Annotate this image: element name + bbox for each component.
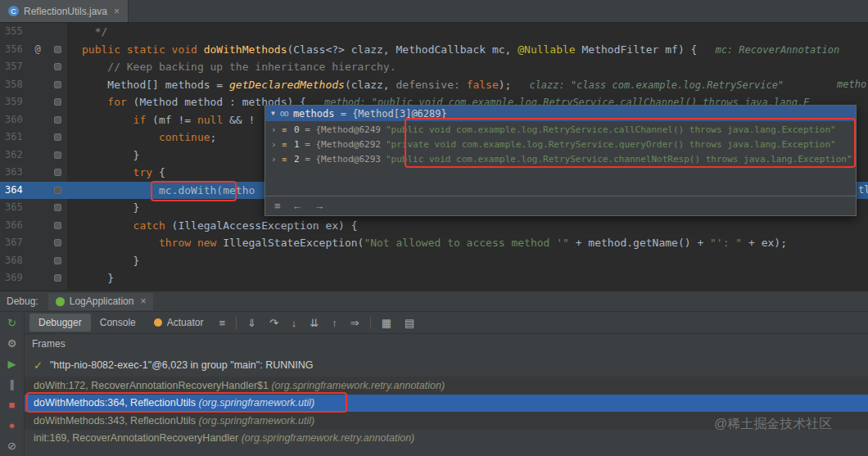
code-token: if [82, 114, 146, 126]
gutter-marker-cell [47, 252, 67, 270]
variable-row[interactable]: ›≡2 = {Method@6293"public void com.examp… [265, 152, 856, 167]
gutter-spacer [28, 129, 47, 147]
tab-debugger[interactable]: Debugger [29, 314, 91, 332]
field-icon: ≡ [282, 138, 294, 152]
debugger-value-popup: ▼ oo methods = {Method[3]@6289} ›≡0 = {M… [264, 105, 857, 216]
mute-breakpoints-icon[interactable]: ⊘ [7, 440, 16, 451]
close-icon[interactable]: × [140, 296, 146, 307]
code-line[interactable]: 368 } [0, 252, 868, 270]
hamburger-menu-icon[interactable]: ≡ [212, 317, 232, 329]
gutter-spacer [28, 199, 47, 217]
code-line[interactable]: 369 } [0, 269, 868, 287]
frame-package: (org.springframework.retry.annotation) [271, 380, 445, 391]
code-line[interactable]: 356@public static void doWithMethods(Cla… [0, 41, 868, 59]
code-token: ); [499, 79, 512, 91]
step-over-icon[interactable]: ↷ [263, 317, 285, 329]
step-out-icon[interactable]: ↑ [325, 317, 344, 329]
code-token: doWithMethods [204, 43, 287, 56]
collapse-triangle-icon[interactable]: ▼ [271, 110, 275, 117]
code-token: { [152, 166, 165, 178]
gutter-marker-icon [54, 239, 61, 246]
gutter-marker-icon [54, 257, 61, 264]
gutter-spacer [28, 23, 47, 41]
forward-icon[interactable]: → [314, 200, 325, 212]
gutter-spacer [28, 252, 47, 270]
tab-label: Actuator [167, 317, 204, 328]
code-line[interactable]: 358 Method[] methods = getDeclaredMethod… [0, 76, 868, 94]
variable-ref: {Method@6249 [316, 123, 381, 138]
gutter-spacer [28, 93, 47, 111]
gutter-marker-icon [54, 169, 61, 176]
pause-icon[interactable]: ∥ [9, 379, 15, 390]
line-number: 359 [0, 93, 28, 111]
gutter-marker-cell [47, 58, 67, 76]
thread-running-icon: ✓ [34, 359, 43, 372]
tab-reflectionutils[interactable]: C ReflectionUtils.java × [0, 0, 129, 22]
step-into-icon[interactable]: ↓ [285, 317, 304, 329]
variable-ref: {Method@6292 [316, 138, 381, 152]
line-number: 364 [0, 182, 28, 200]
keyboard-shortcut-icon[interactable]: ≡ [274, 200, 281, 212]
popup-footer: ≡←→ [265, 196, 856, 215]
gutter-marker-icon [54, 98, 61, 106]
actuator-icon [154, 318, 162, 327]
code-line[interactable]: 366 catch (IllegalAccessException ex) { [0, 217, 868, 235]
code-token: getDeclaredMethods [229, 79, 345, 91]
view-as-table-icon[interactable]: ▦ [375, 317, 398, 329]
line-number: 368 [0, 252, 28, 270]
stack-frame-row[interactable]: doWithMethods:364, ReflectionUtils (org.… [25, 395, 868, 413]
toolbar-separator [370, 316, 371, 329]
gutter-marker-cell [47, 147, 67, 165]
code-line[interactable]: 357 // Keep backing up the inheritance h… [0, 58, 868, 76]
popup-header-methods[interactable]: ▼ oo methods = {Method[3]@6289} [265, 106, 856, 121]
code-token: // Keep backing up the inheritance hiera… [82, 61, 396, 73]
gutter-annotation-icon: @ [28, 41, 47, 59]
code-text: */ [67, 23, 868, 41]
gutter-marker-cell [47, 182, 67, 200]
expand-chevron-icon[interactable]: › [271, 123, 282, 138]
tab-logapplication[interactable]: LogApplication × [48, 293, 154, 310]
stop-icon[interactable]: ■ [9, 400, 16, 410]
expand-chevron-icon[interactable]: › [271, 152, 282, 167]
debug-toolbar: DebuggerConsoleActuator≡⇓↷↓⇊↑⇒▦▤ [25, 312, 868, 334]
code-line[interactable]: 367 throw new IllegalStateException("Not… [0, 234, 868, 252]
view-breakpoints-icon[interactable]: ● [9, 420, 16, 431]
line-number: 367 [0, 234, 28, 252]
code-token: + ex); [742, 237, 787, 249]
thread-selector[interactable]: ✓ "http-nio-8082-exec-1"@6,023 in group … [25, 354, 868, 377]
force-step-into-icon[interactable]: ⇊ [303, 317, 325, 329]
thread-label: "http-nio-8082-exec-1"@6,023 in group "m… [50, 359, 314, 371]
resume-icon[interactable]: ▶ [8, 359, 16, 369]
gutter-marker-cell [47, 41, 67, 59]
frame-package: (org.springframework.util) [198, 415, 314, 427]
expand-chevron-icon[interactable]: › [271, 138, 282, 152]
rerun-icon[interactable]: ↻ [7, 318, 16, 328]
code-text: // Keep backing up the inheritance hiera… [67, 58, 868, 76]
code-token: } [82, 255, 139, 267]
code-line[interactable]: 355 */ [0, 23, 868, 41]
code-token: Method[] methods = [82, 79, 229, 91]
code-token: } [82, 272, 114, 284]
variable-row[interactable]: ›≡0 = {Method@6249"public void com.examp… [265, 123, 856, 138]
gutter-spacer [28, 111, 47, 129]
back-icon[interactable]: ← [292, 200, 303, 212]
run-to-cursor-icon[interactable]: ⇒ [344, 317, 366, 329]
inline-debug-hint: metho [837, 76, 866, 94]
settings-icon[interactable]: ⚙ [7, 338, 17, 349]
tab-console[interactable]: Console [91, 314, 145, 332]
debug-window-header: Debug: LogApplication × [0, 291, 868, 312]
tab-actuator[interactable]: Actuator [145, 314, 213, 332]
show-execution-point-icon[interactable]: ⇓ [241, 317, 263, 329]
watch-icon: oo [280, 109, 288, 118]
gutter-marker-icon [54, 116, 61, 124]
variable-row[interactable]: ›≡1 = {Method@6292"private void com.exam… [265, 138, 856, 152]
java-class-icon: C [8, 6, 19, 16]
variable-ref: {Method@6293 [316, 152, 381, 167]
layout-settings-icon[interactable]: ▤ [398, 317, 421, 329]
stack-frame-row[interactable]: doWith:172, RecoverAnnotationRecoveryHan… [25, 377, 868, 395]
code-token: catch [82, 219, 165, 232]
code-token: defensive: [396, 79, 467, 91]
code-text: Method[] methods = getDeclaredMethods(cl… [67, 76, 868, 94]
gutter-spacer [28, 164, 47, 182]
close-icon[interactable]: × [114, 6, 120, 17]
